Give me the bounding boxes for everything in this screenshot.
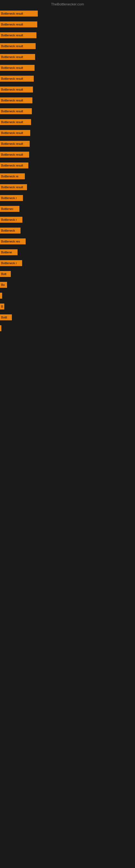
bottleneck-bar bbox=[0, 325, 1, 331]
bar-row: Bottleneck r bbox=[0, 212, 135, 223]
bottleneck-bar: Bottleneck result bbox=[0, 184, 27, 190]
bottleneck-bar: Bottleneck re bbox=[0, 173, 25, 179]
bottleneck-bar: Bottleneck result bbox=[0, 87, 33, 93]
bar-row: Bottleneck result bbox=[0, 115, 135, 126]
bar-row bbox=[0, 321, 135, 332]
bottleneck-bar: Bottleneck result bbox=[0, 65, 35, 71]
bottleneck-bar: B bbox=[0, 304, 4, 310]
bar-row: Bottlene bbox=[0, 245, 135, 256]
bar-row: Bottleneck result bbox=[0, 82, 135, 93]
bar-row: Bottleneck result bbox=[0, 93, 135, 104]
bottleneck-bar: Bottleneck result bbox=[0, 22, 37, 27]
bar-row: Bottleneck bbox=[0, 223, 135, 234]
bottleneck-bar: Bottleneck result bbox=[0, 162, 28, 168]
bar-row: Bottleneck r bbox=[0, 256, 135, 267]
bar-row: B bbox=[0, 299, 135, 310]
bar-row: Bottleneck result bbox=[0, 28, 135, 39]
bottleneck-bar: Bottleneck result bbox=[0, 32, 37, 38]
bottleneck-bar: Bottleneck r bbox=[0, 195, 23, 201]
bar-row: Bott bbox=[0, 267, 135, 278]
bottleneck-bar: Bottl bbox=[0, 314, 12, 320]
chart-area: Bottleneck resultBottleneck resultBottle… bbox=[0, 7, 135, 332]
bar-row: Bottleneck result bbox=[0, 104, 135, 115]
bar-row: Bottleneck re bbox=[0, 169, 135, 180]
bar-row: Bottleneck result bbox=[0, 39, 135, 50]
bar-row: Bottleneck result bbox=[0, 180, 135, 191]
bottleneck-bar: Bottleneck result bbox=[0, 130, 30, 136]
bar-row: Bottleneck res bbox=[0, 234, 135, 245]
bottleneck-bar: Bottleneck bbox=[0, 227, 20, 234]
bar-row: Bottleneck result bbox=[0, 50, 135, 61]
bottleneck-bar: Bottlene bbox=[0, 249, 17, 255]
bottleneck-bar: Bottleneck result bbox=[0, 141, 30, 147]
bottleneck-bar: Bo bbox=[0, 282, 7, 288]
bar-row: Bottleneck r bbox=[0, 191, 135, 202]
bottleneck-bar: Bottleneck result bbox=[0, 76, 34, 82]
bottleneck-bar: Bottleneck result bbox=[0, 43, 36, 49]
site-title: TheBottlenecker.com bbox=[51, 2, 84, 6]
bottleneck-bar: Bottleneck result bbox=[0, 152, 29, 158]
bottleneck-bar: Bottlenec bbox=[0, 206, 19, 212]
bottleneck-bar bbox=[0, 293, 2, 299]
bar-row: Bottleneck result bbox=[0, 126, 135, 136]
bar-row: Bottl bbox=[0, 310, 135, 321]
bar-row: Bottlenec bbox=[0, 202, 135, 212]
bottleneck-bar: Bottleneck result bbox=[0, 119, 31, 125]
bar-row: Bo bbox=[0, 278, 135, 288]
bottleneck-bar: Bottleneck result bbox=[0, 97, 32, 103]
bar-row: Bottleneck result bbox=[0, 61, 135, 71]
bottleneck-bar: Bott bbox=[0, 271, 11, 277]
bar-row: Bottleneck result bbox=[0, 136, 135, 147]
header: TheBottlenecker.com bbox=[0, 0, 135, 7]
bottleneck-bar: Bottleneck res bbox=[0, 239, 26, 244]
bottleneck-bar: Bottleneck r bbox=[0, 260, 22, 266]
bar-row: Bottleneck result bbox=[0, 71, 135, 82]
bar-row: Bottleneck result bbox=[0, 158, 135, 169]
bottleneck-bar: Bottleneck result bbox=[0, 54, 35, 60]
bar-row: Bottleneck result bbox=[0, 7, 135, 17]
bar-row: Bottleneck result bbox=[0, 17, 135, 28]
bottleneck-bar: Bottleneck result bbox=[0, 10, 38, 17]
bar-row: Bottleneck result bbox=[0, 147, 135, 158]
bottleneck-bar: Bottleneck r bbox=[0, 217, 22, 223]
bar-row bbox=[0, 288, 135, 299]
bottleneck-bar: Bottleneck result bbox=[0, 108, 32, 114]
